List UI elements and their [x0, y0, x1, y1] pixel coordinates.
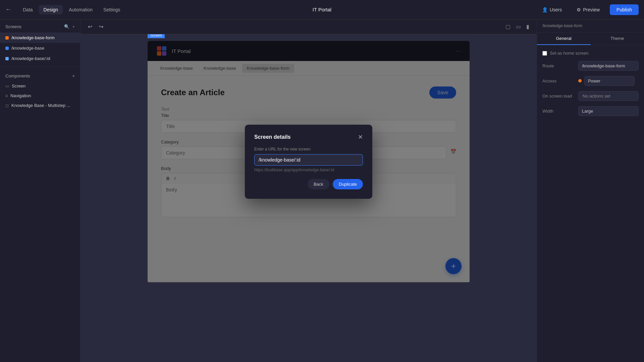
route-label: Route — [542, 63, 554, 68]
publish-button[interactable]: Publish — [610, 4, 639, 15]
desktop-view-button[interactable]: ▢ — [503, 22, 513, 31]
redo-button[interactable]: ↪ — [97, 22, 105, 31]
screen-item-knowledge-base-form[interactable]: /knowledge-base-form — [0, 33, 80, 43]
modal-footer: Back Duplicate — [254, 179, 363, 189]
components-header: Components + — [0, 69, 80, 81]
back-icon[interactable]: ← — [5, 6, 11, 13]
nav-automation[interactable]: Automation — [64, 5, 97, 14]
route-input[interactable] — [578, 61, 639, 71]
search-icon[interactable]: 🔍 — [64, 24, 69, 29]
modal-duplicate-button[interactable]: Duplicate — [333, 179, 363, 189]
modal-url-input[interactable] — [254, 154, 363, 166]
screens-header-icons: 🔍 + — [64, 24, 75, 29]
app-name: IT Portal — [313, 7, 331, 12]
breadcrumb: /knowledge-base-form — [542, 23, 582, 28]
add-screen-icon[interactable]: + — [72, 24, 75, 29]
modal-body: Enter a URL for the new screen https://b… — [254, 147, 363, 172]
access-select-wrap: Power — [578, 76, 639, 86]
undo-button[interactable]: ↩ — [86, 22, 94, 31]
width-label: Width — [542, 109, 553, 114]
component-screen[interactable]: ▭ Screen — [0, 81, 80, 91]
tab-general[interactable]: General — [537, 33, 591, 45]
home-screen-checkbox[interactable] — [542, 51, 547, 56]
canvas-area: ↩ ↪ ▢ ▭ ▮ Screen — [80, 19, 537, 362]
canvas-toolbar: ↩ ↪ ▢ ▭ ▮ — [80, 19, 537, 34]
screen-comp-icon: ▭ — [5, 84, 9, 88]
knowledge-comp-icon: ◻ — [5, 103, 9, 108]
on-screen-load-label: On screen load — [542, 94, 572, 99]
access-row: Access Power — [542, 76, 639, 86]
tab-theme[interactable]: Theme — [591, 33, 644, 45]
preview-button[interactable]: ⚙ Preview — [572, 5, 604, 14]
nav-design[interactable]: Design — [39, 5, 63, 14]
users-icon: 👤 — [542, 7, 548, 12]
viewport-controls: ▢ ▭ ▮ — [503, 22, 531, 31]
home-screen-row: Set as home screen — [542, 51, 639, 56]
width-select[interactable]: Large — [578, 106, 639, 116]
modal-close-button[interactable]: ✕ — [358, 134, 363, 140]
screen-dot — [5, 36, 9, 40]
route-row: Route — [542, 61, 639, 71]
left-sidebar: Screens 🔍 + /knowledge-base-form /knowle… — [0, 19, 80, 362]
component-knowledge-base[interactable]: ◻ Knowledge Base - Multistep ... — [0, 101, 80, 110]
modal-field-label: Enter a URL for the new screen — [254, 147, 363, 152]
nav-links: Data Design Automation Settings — [18, 5, 125, 14]
mobile-view-button[interactable]: ▮ — [524, 22, 531, 31]
top-bar-right: 👤 Users ⚙ Preview Publish — [537, 4, 639, 15]
modal-header: Screen details ✕ — [254, 134, 363, 140]
screen-details-modal: Screen details ✕ Enter a URL for the new… — [245, 125, 372, 199]
access-label: Access — [542, 78, 556, 83]
modal-back-button[interactable]: Back — [308, 179, 329, 189]
home-screen-label: Set as home screen — [550, 51, 589, 56]
preview-icon: ⚙ — [577, 7, 581, 12]
navigation-comp-icon: ≡ — [5, 94, 8, 98]
component-navigation[interactable]: ≡ Navigation — [0, 91, 80, 101]
tablet-view-button[interactable]: ▭ — [514, 22, 523, 31]
top-bar: ← Data Design Automation Settings IT Por… — [0, 0, 644, 19]
width-row: Width Large — [542, 106, 639, 116]
modal-title: Screen details — [254, 134, 291, 140]
on-screen-load-row: On screen load No actions set — [542, 91, 639, 101]
screen-dot — [5, 47, 9, 50]
add-component-icon[interactable]: + — [72, 73, 75, 78]
access-select[interactable]: Power — [584, 76, 635, 86]
no-actions-button[interactable]: No actions set — [578, 91, 639, 101]
right-panel-body: Set as home screen Route Access Power — [537, 45, 644, 121]
screen-frame: IT Portal ⋯ Knowledge-base Knowledge-bas… — [148, 41, 470, 282]
users-button[interactable]: 👤 Users — [537, 5, 567, 14]
right-sidebar-tabs: General Theme — [537, 33, 644, 45]
main-layout: Screens 🔍 + /knowledge-base-form /knowle… — [0, 19, 644, 362]
home-screen-checkbox-row: Set as home screen — [542, 51, 589, 56]
canvas-content: Screen IT Portal ⋯ — [80, 34, 537, 362]
access-dot — [578, 79, 582, 82]
nav-data[interactable]: Data — [18, 5, 38, 14]
screen-item-knowledge-base-id[interactable]: /knowledge-base/:id — [0, 53, 80, 64]
modal-overlay: Screen details ✕ Enter a URL for the new… — [148, 41, 470, 282]
nav-settings[interactable]: Settings — [99, 5, 125, 14]
screens-header: Screens 🔍 + — [0, 19, 80, 33]
right-sidebar-header: /knowledge-base-form — [537, 19, 644, 33]
top-bar-left: ← Data Design Automation Settings — [5, 5, 125, 14]
screen-tag: Screen — [148, 34, 165, 38]
screen-item-knowledge-base[interactable]: /knowledge-base — [0, 43, 80, 53]
right-sidebar: /knowledge-base-form General Theme Set a… — [537, 19, 644, 362]
modal-hint: https://budibase.app/app/knowledge-base/… — [254, 168, 363, 172]
screen-dot — [5, 57, 9, 60]
